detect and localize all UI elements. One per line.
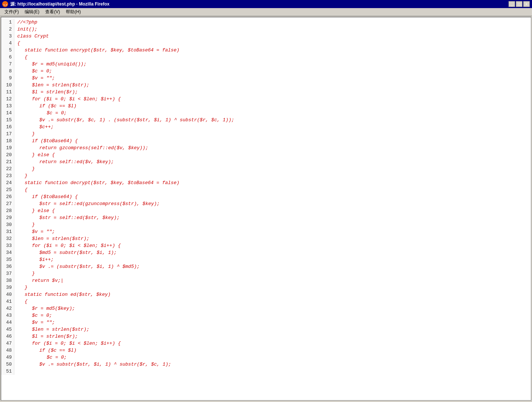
code-line: $l = strlen($r); bbox=[17, 333, 531, 340]
code-line: { bbox=[17, 40, 531, 47]
code-line: if ($c == $l) bbox=[17, 347, 531, 354]
code-line: $md5 = substr($str, $i, 1); bbox=[17, 249, 531, 256]
code-line: } else { bbox=[17, 207, 531, 214]
code-line: $c = 0; bbox=[17, 312, 531, 319]
code-line: if ($c == $l) bbox=[17, 103, 531, 110]
code-line: $c = 0; bbox=[17, 110, 531, 116]
content-area[interactable]: 1234567891011121314151617181920212223242… bbox=[1, 17, 531, 401]
line-number: 13 bbox=[3, 103, 12, 110]
line-number: 10 bbox=[3, 82, 12, 89]
window-controls: _ □ × bbox=[508, 1, 530, 7]
line-number: 19 bbox=[3, 144, 12, 151]
code-line: } bbox=[17, 165, 531, 172]
code-line: for ($i = 0; $i < $len; $i++) { bbox=[17, 242, 531, 249]
code-line: $c++; bbox=[17, 123, 531, 130]
code-line: $str = self::ed(gzuncompress($str), $key… bbox=[17, 200, 531, 207]
line-number: 14 bbox=[3, 110, 12, 116]
line-number: 49 bbox=[3, 354, 12, 361]
code-line: $v = ""; bbox=[17, 319, 531, 326]
line-number: 41 bbox=[3, 298, 12, 305]
line-number: 2 bbox=[3, 26, 12, 33]
code-line: { bbox=[17, 54, 531, 61]
line-number: 29 bbox=[3, 214, 12, 221]
code-line: //<?php bbox=[17, 19, 531, 26]
code-line: $r = md5(uniqid()); bbox=[17, 61, 531, 68]
code-line: return self::ed($v, $key); bbox=[17, 158, 531, 165]
line-number: 11 bbox=[3, 89, 12, 96]
code-line: $c = 0; bbox=[17, 68, 531, 75]
line-number: 33 bbox=[3, 242, 12, 249]
line-number: 9 bbox=[3, 75, 12, 82]
code-line: $v = ""; bbox=[17, 228, 531, 235]
code-line: } bbox=[17, 221, 531, 228]
maximize-button[interactable]: □ bbox=[516, 1, 522, 7]
code-line: $r = md5($key); bbox=[17, 305, 531, 312]
line-number: 35 bbox=[3, 256, 12, 263]
line-number: 37 bbox=[3, 270, 12, 277]
line-number: 8 bbox=[3, 68, 12, 75]
line-number: 36 bbox=[3, 263, 12, 270]
line-number: 23 bbox=[3, 172, 12, 179]
line-number: 38 bbox=[3, 277, 12, 284]
line-number: 45 bbox=[3, 326, 12, 333]
code-line: for ($i = 0; $i < $len; $i++) { bbox=[17, 96, 531, 103]
line-number: 16 bbox=[3, 123, 12, 130]
code-line: $v .= (substr($str, $i, 1) ^ $md5); bbox=[17, 263, 531, 270]
code-line: $c = 0; bbox=[17, 354, 531, 361]
line-number: 26 bbox=[3, 193, 12, 200]
line-number: 24 bbox=[3, 179, 12, 186]
line-number: 48 bbox=[3, 347, 12, 354]
code-line: { bbox=[17, 186, 531, 193]
line-number: 12 bbox=[3, 96, 12, 103]
line-number: 7 bbox=[3, 61, 12, 68]
line-number: 42 bbox=[3, 305, 12, 312]
line-number: 43 bbox=[3, 312, 12, 319]
code-line: } bbox=[17, 172, 531, 179]
line-number: 1 bbox=[3, 19, 12, 26]
code-line: return gzcompress(self::ed($v, $key)); bbox=[17, 144, 531, 151]
code-line: $v .= substr($r, $c, 1) . (substr($str, … bbox=[17, 116, 531, 123]
code-line: { bbox=[17, 298, 531, 305]
code-line: } bbox=[17, 130, 531, 137]
title-bar: 🦊 源: http://localhost/api/test.php - Moz… bbox=[0, 0, 532, 8]
line-number: 25 bbox=[3, 186, 12, 193]
menu-edit[interactable]: 编辑(E) bbox=[22, 8, 42, 16]
line-number: 34 bbox=[3, 249, 12, 256]
code-line: $l = strlen($r); bbox=[17, 89, 531, 96]
code-line: static function encrypt($str, $key, $toB… bbox=[17, 47, 531, 54]
line-number: 47 bbox=[3, 340, 12, 347]
code-line: class Crypt bbox=[17, 33, 531, 40]
menu-bar: 文件(F) 编辑(E) 查看(V) 帮助(H) bbox=[0, 8, 532, 16]
code-line: $i++; bbox=[17, 256, 531, 263]
code-line: $v = ""; bbox=[17, 75, 531, 82]
line-number: 20 bbox=[3, 151, 12, 158]
line-number: 3 bbox=[3, 33, 12, 40]
code-line: $len = strlen($str); bbox=[17, 82, 531, 89]
code-line: $len = strlen($str); bbox=[17, 326, 531, 333]
line-numbers: 1234567891011121314151617181920212223242… bbox=[1, 19, 14, 375]
code-line: static function decrypt($str, $key, $toB… bbox=[17, 179, 531, 186]
minimize-button[interactable]: _ bbox=[508, 1, 515, 7]
line-number: 27 bbox=[3, 200, 12, 207]
close-button[interactable]: × bbox=[523, 1, 530, 7]
menu-help[interactable]: 帮助(H) bbox=[63, 8, 84, 16]
line-number: 6 bbox=[3, 54, 12, 61]
line-number: 32 bbox=[3, 235, 12, 242]
code-line: if ($toBase64) { bbox=[17, 193, 531, 200]
code-line: $str = self::ed($str, $key); bbox=[17, 214, 531, 221]
line-number: 51 bbox=[3, 368, 12, 375]
menu-file[interactable]: 文件(F) bbox=[1, 8, 22, 16]
code-line: } bbox=[17, 270, 531, 277]
line-number: 30 bbox=[3, 221, 12, 228]
line-number: 50 bbox=[3, 361, 12, 368]
window-title: 源: http://localhost/api/test.php - Mozil… bbox=[10, 1, 508, 7]
line-number: 17 bbox=[3, 130, 12, 137]
code-line: static function ed($str, $key) bbox=[17, 291, 531, 298]
app-icon: 🦊 bbox=[2, 1, 8, 7]
line-number: 21 bbox=[3, 158, 12, 165]
line-number: 46 bbox=[3, 333, 12, 340]
line-number: 18 bbox=[3, 137, 12, 144]
menu-view[interactable]: 查看(V) bbox=[42, 8, 63, 16]
line-number: 5 bbox=[3, 47, 12, 54]
code-container: 1234567891011121314151617181920212223242… bbox=[1, 17, 531, 376]
